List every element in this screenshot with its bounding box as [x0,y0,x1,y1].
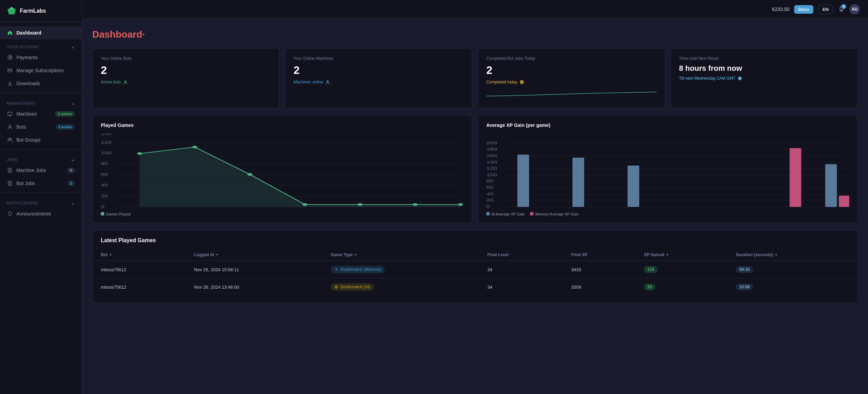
stat-card-4-title: Time Until Next Reset [679,56,849,61]
svg-point-7 [8,139,10,140]
bar-ai-2211 [627,166,639,207]
divider-1 [0,93,82,93]
svg-text:200: 200 [486,141,497,145]
col-final-xp[interactable]: Final XP [563,249,636,261]
bot-jobs-badge: 2 [67,181,75,186]
col-xp-gained[interactable]: XP Gained ▼ [636,249,728,261]
sidebar-item-downloads[interactable]: Downloads [0,77,82,90]
svg-text:20: 20 [101,194,108,198]
xp-gain-chart: Average XP Gain (per game) 0 20 40 60 80… [478,115,858,223]
notification-count: 0 [841,4,846,9]
cell-xp-gained-1: 124 [636,261,728,278]
svg-point-35 [302,203,308,206]
ai-icon [334,285,338,289]
bar-mem-2611 [839,196,849,207]
cell-game-type-1: Deathmatch (Memory) [323,261,479,278]
svg-text:60: 60 [101,173,108,176]
games-played-dot [101,212,104,215]
payments-label: Payments [16,55,38,60]
xp-gain-area: 0 20 40 60 80 100 120 140 160 180 200 [486,133,849,209]
cell-level-2: 34 [479,278,563,296]
cell-logged-1: Nov 26, 2024 15:58:11 [186,261,323,278]
table-row: mboss75612 Nov 26, 2024 13:46:00 Deathma… [93,278,857,296]
sidebar-item-bots[interactable]: Bots 2 active [0,120,82,133]
docs-button[interactable]: Docs [794,5,813,14]
svg-text:0: 0 [486,205,490,209]
svg-text:120: 120 [486,167,497,170]
game-type-badge-2: Deathmatch (AI) [331,283,374,291]
stat-card-1-title: Your Online Bots [101,56,271,61]
cell-xp-1: 3433 [563,261,636,278]
sidebar-item-bot-groups[interactable]: Bot Groups [0,133,82,146]
svg-rect-4 [8,69,12,72]
col-logged-at[interactable]: Logged At ▼ [186,249,323,261]
stat-card-2-title: Your Online Machines [294,56,464,61]
sidebar-logo: FarmLabs [0,0,82,22]
sidebar-item-machine-jobs[interactable]: Machine Jobs 0 [0,164,82,177]
svg-point-8 [10,139,12,140]
sidebar-item-payments[interactable]: Payments [0,51,82,64]
stat-card-2-sub: Machines online [294,80,464,84]
stat-card-online-bots: Your Online Bots 2 Active bots [92,48,280,108]
sidebar-item-subscriptions[interactable]: Manage Subscriptions [0,64,82,77]
bot-groups-label: Bot Groups [16,137,41,143]
col-final-level[interactable]: Final Level [479,249,563,261]
mini-chart [486,89,656,101]
played-games-chart: Played Games· 0 20 40 60 80 100 120 140 [92,115,472,223]
stat-cards-row: Your Online Bots 2 Active bots Your Onli… [92,48,858,108]
svg-point-36 [357,203,363,206]
subscriptions-icon [7,67,13,74]
played-games-title: Played Games· [101,122,464,128]
divider-3 [0,193,82,193]
table-body: mboss75612 Nov 26, 2024 15:58:11 Deathma… [93,261,857,296]
stat-card-2-value: 2 [294,64,464,76]
latest-games-title: Latest Played Games [93,237,857,249]
sidebar-section-notifications: Notifications ▲ [0,196,82,207]
svg-point-37 [412,203,418,206]
notif-chevron: ▲ [71,201,75,205]
machines-badge: 2 online [55,111,75,117]
person-icon-1 [123,80,128,84]
sidebar-item-bot-jobs[interactable]: Bot Jobs 2 [0,177,82,190]
sidebar-navigation: Dashboard Your Account ▲ Payments [0,22,82,394]
lang-button[interactable]: EN [818,5,833,14]
svg-text:100: 100 [101,151,112,155]
cell-game-type-2: Deathmatch (AI) [323,278,479,296]
bar-ai-2011 [517,155,529,207]
notification-bell[interactable]: 0 [838,5,845,13]
cell-duration-2: 10:08 [728,278,857,296]
svg-text:140: 140 [101,133,112,136]
col-bot[interactable]: Bot ▼ [93,249,186,261]
sidebar-item-dashboard[interactable]: Dashboard [0,26,82,39]
downloads-label: Downloads [16,81,40,86]
cell-xp-2: 3309 [563,278,636,296]
cell-bot-2: mboss75612 [93,278,186,296]
sidebar-item-announcements[interactable]: Announcements [0,207,82,220]
stat-card-4-sub: Till next Wednesday 1AM GMT [679,76,849,81]
table-header: Bot ▼ Logged At ▼ Game Type ▼ Final Leve… [93,249,857,261]
sidebar-item-machines[interactable]: Machines 2 online [0,107,82,120]
played-games-area: 0 20 40 60 80 100 120 140 [101,133,464,209]
cell-logged-2: Nov 26, 2024 13:46:00 [186,278,323,296]
machines-icon [7,111,13,117]
charts-row: Played Games· 0 20 40 60 80 100 120 140 [92,115,858,223]
page-title: Dashboard· [92,29,858,40]
cell-bot-1: mboss75612 [93,261,186,278]
bots-icon [7,124,13,130]
bots-label: Bots [16,124,26,130]
col-game-type[interactable]: Game Type ▼ [323,249,479,261]
avatar[interactable]: AU [850,4,860,14]
stat-card-online-machines: Your Online Machines 2 Machines online [285,48,472,108]
col-duration[interactable]: Duration (seconds) ▼ [728,249,857,261]
svg-text:40: 40 [101,183,108,187]
game-type-badge-1: Deathmatch (Memory) [331,266,384,273]
management-chevron: ▲ [71,102,75,105]
sidebar-section-jobs: Jobs ▲ [0,152,82,164]
payments-icon [7,54,13,61]
machines-label: Machines [16,111,37,117]
played-games-legend: Games Played [101,212,464,216]
svg-text:60: 60 [486,186,493,189]
svg-text:120: 120 [101,141,112,144]
svg-point-6 [9,125,11,127]
logo-icon [7,6,16,16]
